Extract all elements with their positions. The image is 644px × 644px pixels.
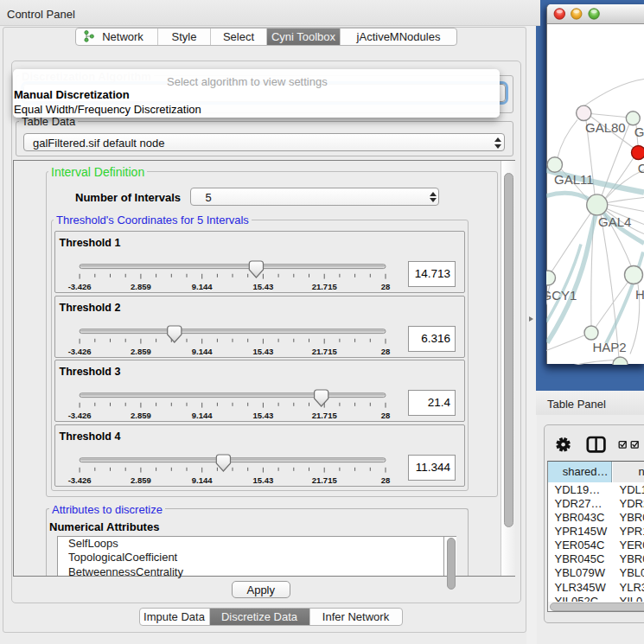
- svg-text:2.859: 2.859: [131, 346, 151, 355]
- svg-text:GCY1: GCY1: [546, 288, 577, 303]
- svg-text:-3.426: -3.426: [67, 282, 91, 291]
- svg-text:28: 28: [380, 346, 390, 355]
- svg-text:-3.426: -3.426: [67, 346, 91, 355]
- svg-text:28: 28: [380, 282, 390, 291]
- svg-text:15.43: 15.43: [252, 411, 273, 420]
- svg-text:-3.426: -3.426: [67, 411, 91, 420]
- svg-text:2.859: 2.859: [131, 282, 151, 291]
- svg-text:9.144: 9.144: [191, 282, 212, 291]
- svg-text:2.859: 2.859: [131, 475, 151, 484]
- svg-text:HAP2: HAP2: [592, 340, 626, 354]
- svg-text:GAL80: GAL80: [585, 120, 626, 135]
- svg-text:21.715: 21.715: [311, 475, 337, 484]
- svg-text:21.715: 21.715: [311, 346, 337, 355]
- svg-text:9.144: 9.144: [191, 475, 212, 484]
- svg-text:GA: GA: [634, 124, 644, 139]
- svg-text:28: 28: [380, 411, 390, 420]
- svg-text:15.43: 15.43: [252, 475, 273, 484]
- svg-text:21.715: 21.715: [311, 282, 337, 291]
- svg-text:9.144: 9.144: [191, 346, 212, 355]
- svg-text:15.43: 15.43: [252, 346, 273, 355]
- svg-text:-3.426: -3.426: [67, 475, 91, 484]
- svg-text:H: H: [635, 287, 644, 302]
- svg-text:GAL4: GAL4: [598, 214, 631, 229]
- svg-text:GAL11: GAL11: [554, 171, 594, 186]
- svg-text:21.715: 21.715: [311, 411, 337, 420]
- svg-text:15.43: 15.43: [252, 282, 273, 291]
- svg-text:28: 28: [380, 475, 390, 484]
- svg-text:CY: CY: [638, 161, 644, 175]
- svg-text:2.859: 2.859: [131, 411, 151, 420]
- svg-text:9.144: 9.144: [191, 411, 212, 420]
